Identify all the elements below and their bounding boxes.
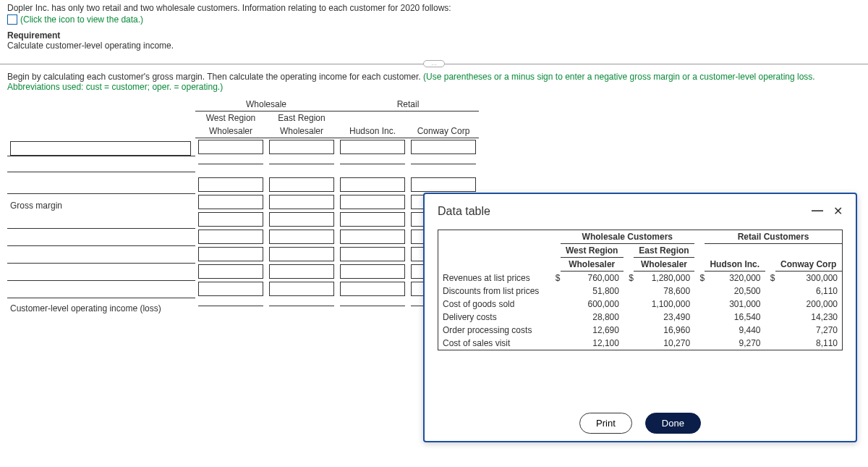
dollar-sign bbox=[624, 285, 634, 298]
data-table: Wholesale Customers Retail Customers Wes… bbox=[438, 230, 843, 350]
dt-cell: 16,540 bbox=[705, 311, 765, 324]
row-label-input[interactable] bbox=[10, 141, 191, 156]
dt-cell: 600,000 bbox=[561, 298, 624, 311]
dollar-sign: $ bbox=[694, 272, 705, 285]
done-button[interactable]: Done bbox=[645, 413, 701, 434]
instruction-lead: Begin by calculating each customer's gro… bbox=[7, 72, 423, 82]
cell-input[interactable] bbox=[269, 140, 334, 154]
row-gross-margin: Gross margin bbox=[7, 193, 195, 211]
dt-row-label: Cost of sales visit bbox=[438, 337, 550, 350]
dt-cell: 7,270 bbox=[775, 324, 843, 337]
cell-input[interactable] bbox=[198, 230, 263, 244]
minimize-icon[interactable]: — bbox=[812, 204, 823, 218]
dt-row-label: Delivery costs bbox=[438, 311, 550, 324]
cell-input[interactable] bbox=[340, 212, 405, 227]
dollar-sign bbox=[550, 298, 561, 311]
dollar-sign bbox=[550, 311, 561, 324]
cell-input[interactable] bbox=[269, 177, 334, 192]
data-table-icon[interactable] bbox=[7, 14, 17, 25]
dt-row-label: Discounts from list prices bbox=[438, 285, 550, 298]
dt-cell: 23,490 bbox=[634, 311, 694, 324]
dollar-sign: $ bbox=[624, 272, 634, 285]
cell-input[interactable] bbox=[340, 264, 405, 279]
dt-cell: 16,960 bbox=[634, 324, 694, 337]
dt-cell: 12,100 bbox=[561, 337, 624, 350]
cell-input[interactable] bbox=[269, 282, 334, 296]
dollar-sign bbox=[694, 324, 705, 337]
cell-input[interactable] bbox=[269, 212, 334, 227]
col-conway: Conway Corp bbox=[408, 125, 479, 138]
cell-input[interactable] bbox=[269, 195, 334, 209]
dollar-sign: $ bbox=[765, 272, 775, 285]
cell-input[interactable] bbox=[269, 230, 334, 244]
dt-cell: 200,000 bbox=[775, 298, 843, 311]
cell-input[interactable] bbox=[269, 264, 334, 279]
cell-input[interactable] bbox=[411, 140, 476, 154]
modal-title: Data table bbox=[438, 205, 490, 218]
print-button[interactable]: Print bbox=[579, 413, 632, 434]
worksheet-table: Wholesale Retail West Region East Region… bbox=[7, 98, 479, 314]
cell-input[interactable] bbox=[340, 282, 405, 296]
icon-hint-text[interactable]: (Click the icon to view the data.) bbox=[20, 14, 143, 25]
dollar-sign bbox=[550, 285, 561, 298]
intro-text: Dopler Inc. has only two retail and two … bbox=[7, 3, 861, 13]
dt-cell: 6,110 bbox=[775, 285, 843, 298]
cell-input[interactable] bbox=[269, 247, 334, 261]
dollar-sign bbox=[694, 311, 705, 324]
cell-input[interactable] bbox=[198, 264, 263, 279]
cell-input[interactable] bbox=[340, 195, 405, 209]
dollar-sign bbox=[624, 311, 634, 324]
dollar-sign bbox=[624, 324, 634, 337]
dt-col-east-l2: Wholesaler bbox=[634, 258, 694, 272]
dollar-sign bbox=[765, 337, 775, 350]
divider: … bbox=[0, 64, 868, 64]
cell-input[interactable] bbox=[340, 177, 405, 192]
dt-group-wholesale: Wholesale Customers bbox=[561, 230, 695, 244]
dt-cell: 320,000 bbox=[705, 272, 765, 285]
dt-cell: 9,440 bbox=[705, 324, 765, 337]
cell-input[interactable] bbox=[198, 195, 263, 209]
dt-row-label: Cost of goods sold bbox=[438, 298, 550, 311]
dt-cell: 10,270 bbox=[634, 337, 694, 350]
dt-cell: 760,000 bbox=[561, 272, 624, 285]
dt-row-label: Order processing costs bbox=[438, 324, 550, 337]
dt-col-hudson: Hudson Inc. bbox=[705, 258, 765, 272]
dollar-sign bbox=[765, 285, 775, 298]
row-op-income: Customer-level operating income (loss) bbox=[7, 298, 195, 314]
dollar-sign: $ bbox=[550, 272, 561, 285]
divider-handle-icon[interactable]: … bbox=[423, 60, 445, 67]
dt-cell: 51,800 bbox=[561, 285, 624, 298]
cell-input[interactable] bbox=[198, 140, 263, 154]
data-table-modal: Data table — ✕ Wholesale Customers Retai… bbox=[423, 193, 857, 442]
dt-col-west-l2: Wholesaler bbox=[561, 258, 624, 272]
cell-input[interactable] bbox=[198, 177, 263, 192]
dt-cell: 1,100,000 bbox=[634, 298, 694, 311]
col-east-l2: Wholesaler bbox=[266, 125, 337, 138]
dt-cell: 9,270 bbox=[705, 337, 765, 350]
cell-input[interactable] bbox=[411, 177, 476, 192]
col-west-l2: Wholesaler bbox=[195, 125, 266, 138]
dt-cell: 301,000 bbox=[705, 298, 765, 311]
cell-input[interactable] bbox=[198, 247, 263, 261]
dollar-sign bbox=[765, 298, 775, 311]
dt-col-east-l1: East Region bbox=[634, 244, 694, 258]
requirement-desc: Calculate customer-level operating incom… bbox=[7, 41, 861, 51]
cell-input[interactable] bbox=[198, 282, 263, 296]
dt-cell: 1,280,000 bbox=[634, 272, 694, 285]
dt-col-conway: Conway Corp bbox=[775, 258, 843, 272]
dollar-sign bbox=[624, 337, 634, 350]
dollar-sign bbox=[550, 324, 561, 337]
cell-input[interactable] bbox=[340, 230, 405, 244]
dt-cell: 14,230 bbox=[775, 311, 843, 324]
col-west-l1: West Region bbox=[195, 112, 266, 125]
dt-col-west-l1: West Region bbox=[561, 244, 624, 258]
close-icon[interactable]: ✕ bbox=[833, 204, 843, 218]
dollar-sign bbox=[694, 298, 705, 311]
cell-input[interactable] bbox=[198, 212, 263, 227]
cell-input[interactable] bbox=[340, 140, 405, 154]
dt-cell: 12,690 bbox=[561, 324, 624, 337]
cell-input[interactable] bbox=[340, 247, 405, 261]
col-east-l1: East Region bbox=[266, 112, 337, 125]
dollar-sign bbox=[765, 324, 775, 337]
dollar-sign bbox=[694, 337, 705, 350]
